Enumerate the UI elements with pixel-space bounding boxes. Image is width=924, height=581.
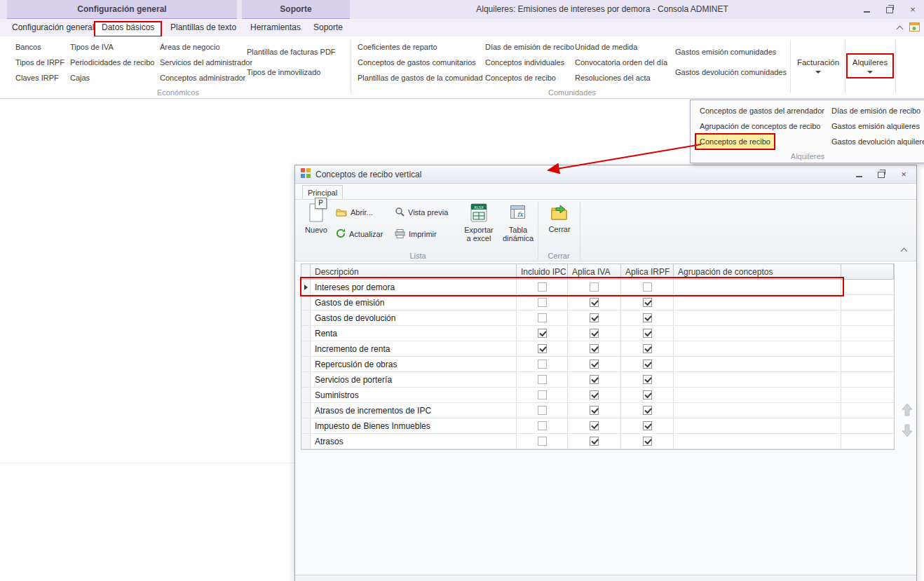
ribbon-item-plantillas-de-facturas-pdf[interactable]: Plantillas de facturas PDF: [247, 44, 336, 60]
contextual-group-configuracion-general[interactable]: Configuración general: [7, 0, 237, 19]
tab-configuracion-general[interactable]: Configuración general: [6, 21, 100, 34]
move-up-button[interactable]: [899, 401, 915, 418]
checkbox-incluido-ipc[interactable]: [538, 375, 547, 384]
checkbox-aplica-iva[interactable]: [590, 421, 599, 430]
collapse-toolbar-icon[interactable]: [898, 245, 909, 255]
checkbox-aplica-irpf[interactable]: [643, 390, 652, 399]
checkbox-aplica-irpf[interactable]: [643, 375, 652, 384]
collapse-ribbon-icon[interactable]: [894, 23, 905, 33]
ribbon-item-claves-irpf[interactable]: Claves IRPF: [15, 70, 64, 86]
checkbox-aplica-irpf[interactable]: [643, 298, 652, 307]
menu-item-gastos-emision-alquileres[interactable]: Gastos emisión alquileres: [828, 119, 923, 133]
checkbox-aplica-iva[interactable]: [590, 390, 599, 399]
grid-row[interactable]: Gastos de emisión: [301, 295, 894, 310]
grid-header-incluido-ipc[interactable]: Incluido IPC: [517, 264, 568, 279]
ribbon-item-unidad-de-medida[interactable]: Unidad de medida: [575, 39, 667, 55]
close-icon[interactable]: ×: [897, 168, 911, 181]
cerrar-button[interactable]: Cerrar: [542, 203, 577, 248]
contextual-group-soporte[interactable]: Soporte: [242, 0, 350, 19]
ribbon-item-gastos-emision-comunidades[interactable]: Gastos emisión comunidades: [675, 44, 787, 60]
checkbox-aplica-irpf[interactable]: [643, 329, 652, 338]
checkbox-aplica-irpf[interactable]: [643, 313, 652, 322]
grid-row[interactable]: Servicios de portería: [301, 372, 894, 388]
checkbox-aplica-iva[interactable]: [590, 329, 599, 338]
checkbox-aplica-iva[interactable]: [590, 375, 599, 384]
checkbox-aplica-iva[interactable]: [590, 344, 599, 353]
nuevo-button[interactable]: Nuevo: [301, 203, 332, 248]
checkbox-aplica-iva[interactable]: [590, 437, 599, 446]
grid-row[interactable]: Atrasos: [301, 434, 894, 449]
ribbon-item-conceptos-individuales[interactable]: Conceptos individuales: [485, 55, 574, 70]
ribbon-item-areas-de-negocio[interactable]: Áreas de negocio: [160, 39, 252, 55]
restore-icon[interactable]: [883, 3, 897, 15]
child-titlebar[interactable]: Conceptos de recibo vertical ×: [295, 165, 916, 184]
tab-datos-basicos[interactable]: Datos básicos: [94, 21, 162, 37]
checkbox-incluido-ipc[interactable]: [538, 298, 547, 307]
checkbox-incluido-ipc[interactable]: [538, 421, 547, 430]
checkbox-incluido-ipc[interactable]: [538, 282, 547, 292]
minimize-icon[interactable]: [852, 168, 866, 181]
grid-row[interactable]: Incremento de renta: [301, 341, 894, 357]
ribbon-item-tipos-de-inmovilizado[interactable]: Tipos de inmovilizado: [247, 64, 336, 80]
minimize-icon[interactable]: [860, 3, 874, 15]
tab-principal[interactable]: Principal: [302, 185, 343, 199]
checkbox-aplica-irpf[interactable]: [643, 437, 652, 446]
ribbon-item-convocatoria-orden-del-dia[interactable]: Convocatoria orden del día: [575, 55, 667, 70]
checkbox-aplica-iva[interactable]: [590, 360, 599, 369]
exportar-excel-button[interactable]: XLSX Exportar a excel: [461, 203, 497, 248]
ribbon-item-conceptos-de-recibo[interactable]: Conceptos de recibo: [485, 70, 574, 86]
ribbon-item-cajas[interactable]: Cajas: [70, 70, 154, 86]
grid-row[interactable]: Impuesto de Bienes Inmuebles: [301, 418, 894, 434]
grid-row[interactable]: Atrasos de incrementos de IPC: [301, 403, 894, 418]
checkbox-incluido-ipc[interactable]: [538, 360, 547, 369]
ribbon-item-conceptos-de-gastos-comunitarios[interactable]: Conceptos de gastos comunitarios: [358, 55, 483, 70]
ribbon-item-dias-de-emision-de-recibo[interactable]: Días de emisión de recibo: [485, 39, 574, 55]
checkbox-aplica-iva[interactable]: [590, 406, 599, 415]
facturacion-dropdown-button[interactable]: Facturación: [793, 39, 843, 93]
grid-row[interactable]: Intereses por demora: [301, 280, 894, 295]
grid-row[interactable]: Suministros: [301, 388, 894, 403]
tab-herramientas[interactable]: Herramientas: [244, 21, 307, 34]
vista-previa-button[interactable]: Vista previa: [395, 205, 448, 220]
grid-header-descripcion[interactable]: Descripción: [311, 264, 517, 279]
checkbox-aplica-iva[interactable]: [590, 282, 599, 292]
ribbon-item-tipos-de-iva[interactable]: Tipos de IVA: [70, 39, 154, 55]
checkbox-incluido-ipc[interactable]: [538, 313, 547, 322]
checkbox-incluido-ipc[interactable]: [538, 437, 547, 446]
actualizar-button[interactable]: Actualizar: [336, 226, 383, 242]
menu-item-conceptos-de-gastos-del-arrendador[interactable]: Conceptos de gastos del arrendador: [696, 104, 828, 118]
grid-header-aplica-irpf[interactable]: Aplica IRPF: [621, 264, 674, 279]
imprimir-button[interactable]: Imprimir: [395, 226, 437, 242]
restore-icon[interactable]: [874, 168, 888, 181]
grid-row[interactable]: Renta: [301, 326, 894, 341]
tab-plantillas-de-texto[interactable]: Plantillas de texto: [164, 21, 243, 34]
tab-soporte[interactable]: Soporte: [307, 21, 349, 34]
ribbon-item-tipos-de-irpf[interactable]: Tipos de IRPF: [15, 55, 64, 70]
checkbox-aplica-irpf[interactable]: [643, 344, 652, 353]
checkbox-aplica-irpf[interactable]: [643, 421, 652, 430]
checkbox-incluido-ipc[interactable]: [538, 406, 547, 415]
ribbon-item-servicios-del-administrador[interactable]: Servicios del administrador: [160, 55, 252, 70]
ribbon-item-plantillas-de-gastos-de-la-comunidad[interactable]: Plantillas de gastos de la comunidad: [358, 70, 483, 86]
grid-row[interactable]: Gastos de devolución: [301, 310, 894, 326]
menu-item-dias-de-emision-de-recibo[interactable]: Días de emisión de recibo: [828, 104, 924, 118]
ribbon-item-conceptos-administrador[interactable]: Conceptos administrador: [160, 70, 252, 86]
checkbox-aplica-iva[interactable]: [590, 298, 599, 307]
checkbox-incluido-ipc[interactable]: [538, 390, 547, 399]
grid-row[interactable]: Repercusión de obras: [301, 357, 894, 372]
ribbon-item-gastos-devolucion-comunidades[interactable]: Gastos devolución comunidades: [675, 64, 787, 80]
menu-item-conceptos-de-recibo[interactable]: Conceptos de recibo: [696, 135, 774, 149]
ribbon-item-resoluciones-del-acta[interactable]: Resoluciones del acta: [575, 70, 667, 86]
menu-item-gastos-devolucion-alquileres[interactable]: Gastos devolución alquileres: [828, 135, 924, 149]
grid-header-agrupacion[interactable]: Agrupación de conceptos: [674, 264, 841, 279]
checkbox-aplica-irpf[interactable]: [643, 282, 652, 292]
checkbox-aplica-irpf[interactable]: [643, 406, 652, 415]
menu-item-agrupacion-de-conceptos-de-recibo[interactable]: Agrupación de conceptos de recibo: [696, 119, 824, 133]
checkbox-incluido-ipc[interactable]: [538, 329, 547, 338]
checkbox-aplica-irpf[interactable]: [643, 360, 652, 369]
close-icon[interactable]: ×: [906, 3, 920, 15]
alquileres-dropdown-button[interactable]: Alquileres: [845, 39, 895, 93]
abrir-button[interactable]: Abrir...: [336, 205, 373, 220]
grid-header-aplica-iva[interactable]: Aplica IVA: [568, 264, 621, 279]
checkbox-incluido-ipc[interactable]: [538, 344, 547, 353]
